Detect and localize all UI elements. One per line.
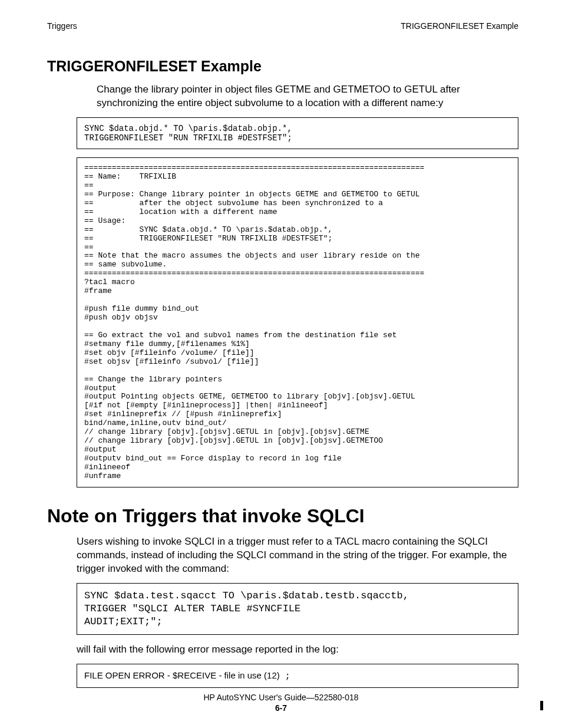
error-semi: ; <box>280 671 290 681</box>
section-heading-triggeronfileset: TRIGGERONFILESET Example <box>47 58 518 75</box>
code-trfixlib-macro: ========================================… <box>77 157 518 487</box>
header-right: TRIGGERONFILESET Example <box>401 21 518 31</box>
code-sync-command: SYNC $data.objd.* TO \paris.$datab.objp.… <box>77 117 518 149</box>
header-left: Triggers <box>47 21 77 31</box>
revision-mark-icon <box>540 701 543 710</box>
section2-p2: will fail with the following error messa… <box>77 643 518 657</box>
running-header: Triggers TRIGGERONFILESET Example <box>47 21 518 31</box>
code-error-message: FILE OPEN ERROR - $RECEIVE - file in use… <box>77 664 518 688</box>
section-heading-sqlci-note: Note on Triggers that invoke SQLCI <box>47 505 518 527</box>
page-footer: HP AutoSYNC User's Guide—522580-018 6-7 <box>0 693 562 713</box>
section1-intro: Change the library pointer in object fil… <box>97 83 518 110</box>
footer-page-number: 6-7 <box>0 703 562 713</box>
footer-title: HP AutoSYNC User's Guide—522580-018 <box>0 693 562 702</box>
section2-p1: Users wishing to invoke SQLCI in a trigg… <box>77 535 518 576</box>
error-text: FILE OPEN ERROR - $RECEIVE - file in use… <box>84 670 280 680</box>
code-sqlci-trigger: SYNC $data.test.sqacct TO \paris.$datab.… <box>77 583 518 635</box>
